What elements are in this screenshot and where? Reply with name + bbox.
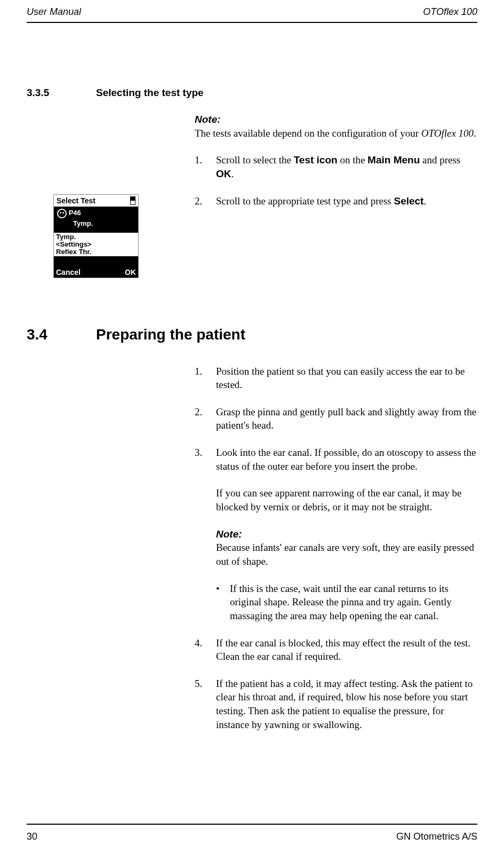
- step-number: 3.: [195, 446, 216, 514]
- note-product: OTOflex 100: [421, 128, 474, 139]
- softkey-cancel: Cancel: [56, 268, 81, 277]
- note-period: .: [474, 128, 476, 139]
- bullet-marker: •: [216, 582, 230, 623]
- section-335-heading: 3.3.5 Selecting the test type: [27, 87, 477, 99]
- step-1: 1. Position the patient so that you can …: [195, 365, 477, 392]
- note-label: Note:: [216, 527, 477, 541]
- company-name: GN Otometrics A/S: [396, 831, 477, 842]
- page-number: 30: [27, 831, 37, 842]
- menu-item-3: Reflex Thr.: [56, 248, 136, 256]
- section-number: 3.3.5: [27, 87, 96, 99]
- battery-icon: [130, 196, 135, 205]
- note-block: Note: Because infants' ear canals are ve…: [216, 527, 477, 568]
- note-label: Note:: [195, 113, 477, 127]
- page-header: User Manual OTOflex 100: [27, 0, 477, 23]
- step-2: 2. Scroll to the appropriate test type a…: [195, 194, 477, 208]
- header-doc-type: User Manual: [27, 6, 81, 18]
- step-content: Scroll to select the Test icon on the Ma…: [216, 153, 477, 180]
- step-3: 3. Look into the ear canal. If possible,…: [195, 446, 477, 514]
- menu-item-1: Tymp.: [56, 233, 136, 241]
- note-text: Because infants' ear canals are very sof…: [216, 542, 474, 567]
- step-content: Scroll to the appropriate test type and …: [216, 194, 477, 208]
- page-footer: 30 GN Otometrics A/S: [27, 824, 477, 853]
- softkey-ok: OK: [125, 268, 136, 277]
- note-block: Note: The tests available depend on the …: [195, 113, 477, 140]
- bullet-item: • If this is the case, wait until the ea…: [216, 582, 477, 623]
- bullet-text: If this is the case, wait until the ear …: [230, 582, 477, 623]
- device-screenshot: Select Test P46 Tymp. Tymp. <Settings> R…: [53, 194, 139, 278]
- step-2: 2. Grasp the pinna and gently pull back …: [195, 405, 477, 432]
- step-number: 2.: [195, 194, 216, 208]
- section-title: Preparing the patient: [96, 326, 245, 343]
- section-title: Selecting the test type: [96, 87, 204, 99]
- step-number: 4.: [195, 636, 216, 664]
- step-content: Position the patient so that you can eas…: [216, 365, 477, 392]
- header-product: OTOflex 100: [423, 6, 477, 18]
- step-number: 2.: [195, 405, 216, 432]
- device-test-type: Tymp.: [73, 219, 135, 227]
- face-icon: [57, 209, 67, 218]
- step-5: 5. If the patient has a cold, it may aff…: [195, 677, 477, 732]
- step-number: 5.: [195, 677, 216, 732]
- step-content: If the patient has a cold, it may affect…: [216, 677, 477, 732]
- section-number: 3.4: [27, 326, 96, 343]
- step-content: If the ear canal is blocked, this may ef…: [216, 636, 477, 664]
- step-sub-paragraph: If you can see apparent narrowing of the…: [216, 486, 477, 514]
- device-patient: P46: [69, 209, 81, 217]
- step-1: 1. Scroll to select the Test icon on the…: [195, 153, 477, 180]
- note-text: The tests available depend on the config…: [195, 128, 421, 139]
- step-4: 4. If the ear canal is blocked, this may…: [195, 636, 477, 664]
- step-number: 1.: [195, 365, 216, 392]
- step-content: Grasp the pinna and gently pull back and…: [216, 405, 477, 432]
- step-number: 1.: [195, 153, 216, 180]
- section-34-heading: 3.4 Preparing the patient: [27, 326, 477, 343]
- step-content: Look into the ear canal. If possible, do…: [216, 446, 477, 514]
- menu-item-2: <Settings>: [56, 241, 136, 248]
- device-title: Select Test: [57, 196, 95, 205]
